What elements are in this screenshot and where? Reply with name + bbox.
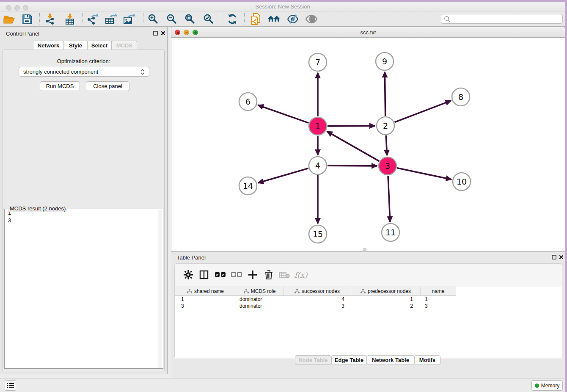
main-toolbar bbox=[0, 11, 565, 27]
column-header-predecessor-nodes[interactable]: predecessor nodes bbox=[351, 287, 421, 296]
app-titlebar: Session: New Session bbox=[0, 2, 565, 11]
close-panel-icon[interactable] bbox=[160, 30, 166, 36]
table-cell[interactable]: 4 bbox=[284, 296, 351, 303]
tab-network[interactable]: Network bbox=[33, 41, 64, 50]
graph-edge-1-6[interactable] bbox=[258, 105, 309, 123]
show-panels-eye-icon[interactable] bbox=[304, 13, 319, 25]
svg-text:2: 2 bbox=[383, 121, 388, 130]
tab-node-table[interactable]: Node Table bbox=[295, 355, 331, 365]
table-cell[interactable]: dominator bbox=[236, 303, 284, 309]
close-table-panel-icon[interactable] bbox=[559, 254, 564, 260]
tab-mcds[interactable]: MCDS bbox=[112, 41, 137, 50]
tab-network-table[interactable]: Network Table bbox=[367, 355, 414, 365]
graph-node-3[interactable]: 3 bbox=[379, 157, 396, 175]
svg-text:6: 6 bbox=[245, 97, 250, 106]
toolbar-divider bbox=[221, 13, 221, 25]
table-cell[interactable]: 1 bbox=[175, 296, 236, 303]
import-network-icon[interactable] bbox=[43, 13, 57, 25]
task-history-button[interactable] bbox=[5, 380, 16, 391]
table-cell[interactable]: dominator bbox=[236, 296, 284, 303]
table-cell[interactable]: 3 bbox=[175, 303, 236, 309]
export-network-icon[interactable] bbox=[85, 13, 99, 25]
open-session-icon[interactable] bbox=[2, 13, 17, 25]
graph-node-1[interactable]: 1 bbox=[309, 117, 327, 135]
network-canvas[interactable]: 7968124314101511 bbox=[171, 38, 565, 251]
close-panel-button[interactable]: Close panel bbox=[86, 81, 129, 91]
column-header-name[interactable]: name bbox=[421, 287, 456, 296]
export-image-icon[interactable] bbox=[122, 13, 136, 25]
graph-edge-3-1[interactable] bbox=[327, 131, 379, 161]
column-header-MCDS-role[interactable]: MCDS role bbox=[236, 287, 284, 296]
import-table-icon[interactable] bbox=[63, 13, 77, 25]
add-column-icon[interactable] bbox=[246, 268, 259, 281]
delete-table-icon[interactable] bbox=[278, 268, 291, 281]
result-scrollbar[interactable] bbox=[158, 210, 162, 368]
graph-edge-4-3[interactable] bbox=[328, 166, 377, 166]
graph-edge-4-14[interactable] bbox=[258, 168, 308, 183]
duplicate-network-icon[interactable] bbox=[248, 13, 263, 25]
zoom-selected-icon[interactable] bbox=[201, 13, 216, 25]
graph-node-2[interactable]: 2 bbox=[377, 117, 394, 135]
graph-node-15[interactable]: 15 bbox=[309, 225, 327, 243]
network-window-titlebar[interactable]: scc.txt bbox=[171, 27, 565, 38]
zoom-out-icon[interactable] bbox=[165, 13, 179, 25]
graph-node-8[interactable]: 8 bbox=[452, 88, 470, 106]
function-builder-icon: f(x) bbox=[292, 268, 309, 281]
column-header-shared-name[interactable]: shared name bbox=[175, 287, 236, 296]
column-header-successor-nodes[interactable]: successor nodes bbox=[284, 287, 351, 296]
tab-edge-table[interactable]: Edge Table bbox=[331, 355, 367, 365]
svg-text:4: 4 bbox=[315, 161, 320, 170]
refresh-layout-icon[interactable] bbox=[225, 13, 239, 25]
graph-node-14[interactable]: 14 bbox=[239, 177, 257, 195]
graph-edge-3-11[interactable] bbox=[388, 176, 390, 222]
memory-button[interactable]: Memory bbox=[531, 380, 563, 391]
graph-edge-3-10[interactable] bbox=[397, 168, 451, 179]
svg-text:11: 11 bbox=[385, 228, 396, 237]
graph-node-6[interactable]: 6 bbox=[239, 93, 257, 110]
graph-edge-2-8[interactable] bbox=[394, 101, 451, 122]
hide-panels-eye-slash-icon[interactable] bbox=[286, 13, 300, 25]
first-neighbors-houses-icon[interactable] bbox=[267, 13, 281, 25]
export-table-icon[interactable] bbox=[104, 13, 118, 25]
canvas-resize-grip[interactable] bbox=[363, 248, 366, 251]
graph-node-10[interactable]: 10 bbox=[453, 173, 471, 190]
result-line: 3 bbox=[5, 217, 163, 224]
float-table-panel-icon[interactable] bbox=[551, 254, 557, 260]
table-cell[interactable]: 1 bbox=[421, 296, 456, 303]
table-panel: Table Panel f(x) shared nam bbox=[171, 252, 565, 378]
run-mcds-button[interactable]: Run MCDS bbox=[40, 81, 80, 91]
mcds-result-box: MCDS result (2 nodes) 13 bbox=[4, 209, 163, 369]
zoom-in-icon[interactable] bbox=[146, 13, 160, 25]
graph-edge-2-3[interactable] bbox=[386, 135, 387, 155]
graph-edge-2-9[interactable] bbox=[385, 72, 385, 116]
tab-motifs[interactable]: Motifs bbox=[414, 355, 440, 365]
graph-node-9[interactable]: 9 bbox=[376, 52, 394, 70]
table-cell[interactable]: 1 bbox=[351, 296, 421, 303]
delete-column-trash-icon[interactable] bbox=[262, 268, 275, 281]
graph-edge-1-2[interactable] bbox=[328, 126, 375, 126]
split-columns-icon[interactable] bbox=[197, 268, 211, 281]
zoom-fit-icon[interactable] bbox=[183, 13, 197, 25]
node-table[interactable]: shared nameMCDS rolesuccessor nodesprede… bbox=[175, 287, 561, 359]
tab-style[interactable]: Style bbox=[64, 41, 87, 50]
window-title: Session: New Session bbox=[0, 3, 565, 10]
select-all-checkboxes-icon[interactable] bbox=[214, 268, 227, 281]
save-session-icon[interactable] bbox=[20, 13, 34, 25]
tab-select[interactable]: Select bbox=[87, 41, 112, 50]
deselect-all-checkboxes-icon[interactable] bbox=[230, 268, 243, 281]
svg-text:7: 7 bbox=[315, 58, 320, 67]
svg-text:8: 8 bbox=[458, 92, 463, 102]
optimization-criterion-select[interactable]: strongly connected component bbox=[19, 67, 149, 77]
svg-text:1: 1 bbox=[315, 121, 320, 131]
search-input[interactable] bbox=[441, 14, 563, 24]
graph-node-11[interactable]: 11 bbox=[382, 224, 399, 241]
float-panel-icon[interactable] bbox=[153, 30, 158, 36]
table-cell[interactable]: 2 bbox=[351, 303, 421, 309]
graph-node-7[interactable]: 7 bbox=[309, 53, 327, 71]
table-cell[interactable]: 3 bbox=[284, 303, 351, 309]
optimization-criterion-label: Optimization criterion: bbox=[0, 58, 167, 64]
table-cell[interactable]: 3 bbox=[421, 303, 456, 309]
settings-gear-icon[interactable] bbox=[182, 268, 195, 281]
graph-node-4[interactable]: 4 bbox=[309, 157, 327, 174]
memory-label: Memory bbox=[541, 383, 559, 389]
